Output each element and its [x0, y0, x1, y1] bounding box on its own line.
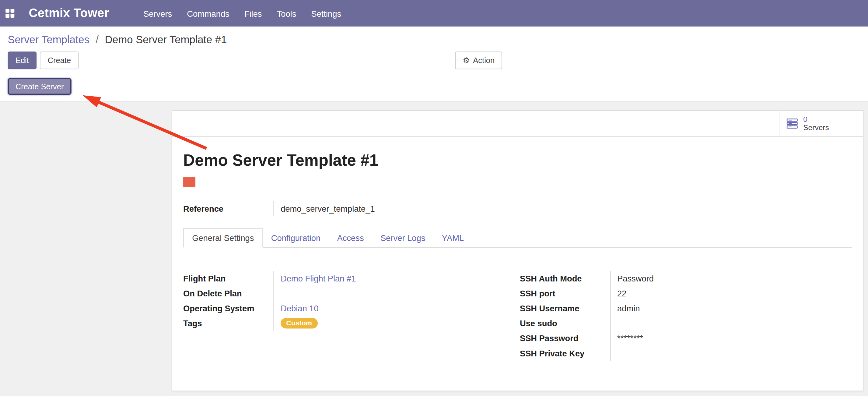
ssh-password-label: SSH Password [520, 334, 610, 343]
menu-item-commands[interactable]: Commands [187, 8, 229, 18]
field-operating-system: Operating System Debian 10 [183, 301, 499, 316]
field-ssh-password: SSH Password ******** [520, 331, 852, 346]
ssh-username-label: SSH Username [520, 304, 610, 313]
servers-icon [786, 118, 798, 130]
gear-icon: ⚙ [463, 57, 470, 64]
field-ssh-auth-mode: SSH Auth Mode Password [520, 271, 852, 286]
tab-general-settings[interactable]: General Settings [183, 228, 262, 248]
tab-configuration[interactable]: Configuration [262, 229, 329, 247]
field-tags: Tags Custom [183, 316, 499, 331]
ssh-username-value: admin [610, 301, 852, 316]
use-sudo-label: Use sudo [520, 319, 610, 328]
action-button[interactable]: ⚙ Action [455, 52, 502, 69]
control-panel: Server Templates / Demo Server Template … [0, 27, 868, 102]
form-sheet: 0 Servers Demo Server Template #1 Refere… [172, 110, 864, 391]
operating-system-link[interactable]: Debian 10 [281, 304, 318, 313]
servers-count: 0 [803, 115, 829, 123]
tab-yaml[interactable]: YAML [434, 229, 472, 247]
breadcrumb-current: Demo Server Template #1 [105, 34, 227, 46]
tag-custom[interactable]: Custom [281, 318, 317, 329]
field-ssh-username: SSH Username admin [520, 301, 852, 316]
create-button[interactable]: Create [40, 52, 79, 69]
ssh-port-value: 22 [610, 286, 852, 301]
on-delete-plan-label: On Delete Plan [183, 289, 273, 298]
breadcrumb-separator: / [96, 34, 99, 46]
tab-server-logs[interactable]: Server Logs [372, 229, 434, 247]
on-delete-plan-value [274, 286, 499, 301]
left-field-group: Flight Plan Demo Flight Plan #1 On Delet… [183, 271, 499, 361]
field-columns: Flight Plan Demo Flight Plan #1 On Delet… [183, 271, 852, 361]
notebook-tabs: General Settings Configuration Access Se… [183, 228, 852, 248]
ssh-password-value: ******** [610, 331, 852, 346]
apps-grid-icon[interactable] [5, 9, 14, 18]
field-flight-plan: Flight Plan Demo Flight Plan #1 [183, 271, 499, 286]
right-field-group: SSH Auth Mode Password SSH port 22 SSH U… [520, 271, 852, 361]
action-button-label: Action [473, 55, 495, 65]
tags-label: Tags [183, 319, 273, 328]
reference-value: demo_server_template_1 [274, 201, 499, 216]
record-title: Demo Server Template #1 [183, 151, 852, 170]
breadcrumb-parent[interactable]: Server Templates [8, 34, 89, 46]
field-on-delete-plan: On Delete Plan [183, 286, 499, 301]
ssh-port-label: SSH port [520, 289, 610, 298]
main-menu: Servers Commands Files Tools Settings [143, 8, 341, 18]
content-area: 0 Servers Demo Server Template #1 Refere… [0, 102, 868, 396]
field-reference: Reference demo_server_template_1 [183, 201, 499, 216]
object-buttons-row: Create Server [8, 78, 868, 95]
breadcrumb: Server Templates / Demo Server Template … [0, 27, 868, 46]
flight-plan-link[interactable]: Demo Flight Plan #1 [281, 274, 356, 283]
use-sudo-value [610, 316, 852, 331]
app-title: Cetmix Tower [29, 6, 109, 21]
flight-plan-label: Flight Plan [183, 274, 273, 283]
create-server-button[interactable]: Create Server [8, 78, 71, 95]
menu-item-settings[interactable]: Settings [311, 8, 341, 18]
menu-item-files[interactable]: Files [244, 8, 262, 18]
top-navbar: Cetmix Tower Servers Commands Files Tool… [0, 0, 868, 27]
servers-stat-text: 0 Servers [803, 115, 829, 132]
field-use-sudo: Use sudo [520, 316, 852, 331]
ssh-private-key-value [610, 346, 852, 361]
servers-label: Servers [803, 124, 829, 132]
ssh-auth-mode-value: Password [610, 271, 852, 286]
tab-access[interactable]: Access [329, 229, 372, 247]
edit-button[interactable]: Edit [8, 52, 36, 69]
color-swatch[interactable] [183, 177, 195, 187]
field-ssh-port: SSH port 22 [520, 286, 852, 301]
ssh-auth-mode-label: SSH Auth Mode [520, 274, 610, 283]
ssh-private-key-label: SSH Private Key [520, 348, 610, 358]
control-buttons-row: Edit Create ⚙ Action [8, 52, 868, 69]
sheet-body: Demo Server Template #1 Reference demo_s… [172, 151, 863, 372]
menu-item-servers[interactable]: Servers [143, 8, 172, 18]
servers-stat-button[interactable]: 0 Servers [779, 111, 863, 137]
button-box: 0 Servers [172, 111, 863, 137]
page: Cetmix Tower Servers Commands Files Tool… [0, 0, 868, 396]
menu-item-tools[interactable]: Tools [277, 8, 297, 18]
field-ssh-private-key: SSH Private Key [520, 346, 852, 361]
operating-system-label: Operating System [183, 304, 273, 313]
reference-label: Reference [183, 204, 273, 213]
